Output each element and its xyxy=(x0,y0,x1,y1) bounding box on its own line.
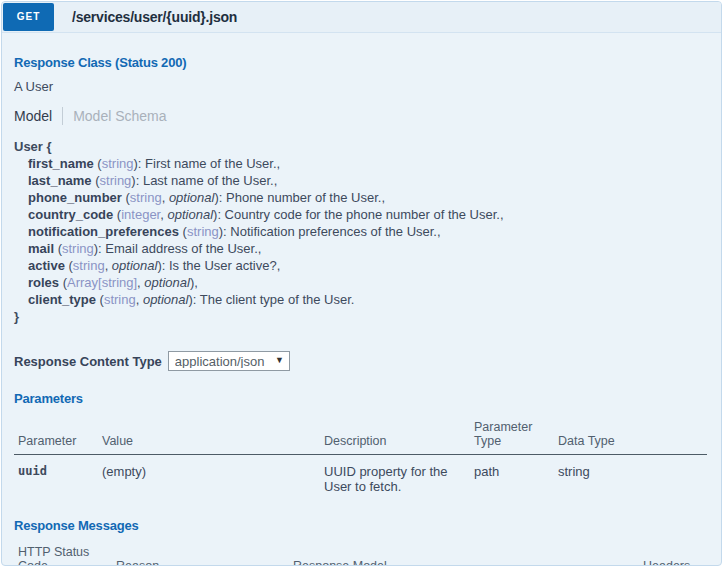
response-messages-title: Response Messages xyxy=(14,518,707,533)
operation-heading: GET /services/user/{uuid}.json xyxy=(2,2,721,33)
model-property-client_type: client_type (string, optional): The clie… xyxy=(14,291,707,308)
column-header: Data Type xyxy=(558,412,707,455)
property-type: Array[string] xyxy=(67,275,137,290)
response-class-title: Response Class (Status 200) xyxy=(14,55,707,70)
response-messages-header-row: HTTP Status Code Reason Response Model H… xyxy=(14,537,707,566)
column-header: Headers xyxy=(643,537,707,566)
table-cell-description: UUID property for the User to fetch. xyxy=(324,455,474,499)
model-properties: first_name (string): First name of the U… xyxy=(14,155,707,308)
property-type: string xyxy=(100,173,132,188)
column-header: HTTP Status Code xyxy=(14,537,116,566)
response-content-type-label: Response Content Type xyxy=(14,354,162,369)
response-content-type-select[interactable]: application/json xyxy=(168,351,290,371)
response-content-type-row: Response Content Type application/json ▼ xyxy=(14,351,707,371)
parameters-header-row: Parameter Value Description Parameter Ty… xyxy=(14,412,707,455)
http-method-badge[interactable]: GET xyxy=(3,3,54,31)
response-class-summary: A User xyxy=(14,79,707,94)
table-cell-data_type: string xyxy=(558,455,707,499)
table-cell-parameter: uuid xyxy=(14,455,102,499)
model-name-line: User { xyxy=(14,138,707,155)
model-signature: User { first_name (string): First name o… xyxy=(14,138,707,325)
column-header: Parameter xyxy=(14,412,102,455)
model-property-mail: mail (string): Email address of the User… xyxy=(14,240,707,257)
parameters-title: Parameters xyxy=(14,391,707,406)
table-cell-parameter_type: path xyxy=(474,455,558,499)
tab-model[interactable]: Model xyxy=(14,108,52,124)
property-type: string xyxy=(130,190,162,205)
model-property-first_name: first_name (string): First name of the U… xyxy=(14,155,707,172)
column-header: Value xyxy=(102,412,324,455)
endpoint-path-link[interactable]: /services/user/{uuid}.json xyxy=(72,9,237,25)
column-header: Reason xyxy=(116,537,293,566)
table-row: uuid(empty)UUID property for the User to… xyxy=(14,455,707,499)
property-type: string xyxy=(187,224,219,239)
model-close-brace: } xyxy=(14,308,707,325)
model-property-phone_number: phone_number (string, optional): Phone n… xyxy=(14,189,707,206)
property-type: string xyxy=(62,241,94,256)
model-property-active: active (string, optional): Is the User a… xyxy=(14,257,707,274)
model-property-last_name: last_name (string): Last name of the Use… xyxy=(14,172,707,189)
tab-divider xyxy=(62,107,63,125)
model-tabs: Model Model Schema xyxy=(14,107,707,125)
model-property-country_code: country_code (integer, optional): Countr… xyxy=(14,206,707,223)
model-property-roles: roles (Array[string], optional), xyxy=(14,274,707,291)
property-type: string xyxy=(73,258,105,273)
property-type: string xyxy=(104,292,136,307)
model-property-notification_preferences: notification_preferences (string): Notif… xyxy=(14,223,707,240)
column-header: Response Model xyxy=(293,537,643,566)
property-type: string xyxy=(102,156,134,171)
table-cell-value: (empty) xyxy=(102,455,324,499)
tab-model-schema[interactable]: Model Schema xyxy=(73,108,166,124)
response-messages-table: HTTP Status Code Reason Response Model H… xyxy=(14,537,707,566)
response-content-type-select-wrap: application/json ▼ xyxy=(168,351,290,371)
api-operation-panel: GET /services/user/{uuid}.json Response … xyxy=(1,1,722,566)
operation-content: Response Class (Status 200) A User Model… xyxy=(2,33,721,566)
model-name: User xyxy=(14,139,43,154)
parameters-table: Parameter Value Description Parameter Ty… xyxy=(14,412,707,498)
column-header: Parameter Type xyxy=(474,412,558,455)
property-type: integer xyxy=(121,207,160,222)
column-header: Description xyxy=(324,412,474,455)
